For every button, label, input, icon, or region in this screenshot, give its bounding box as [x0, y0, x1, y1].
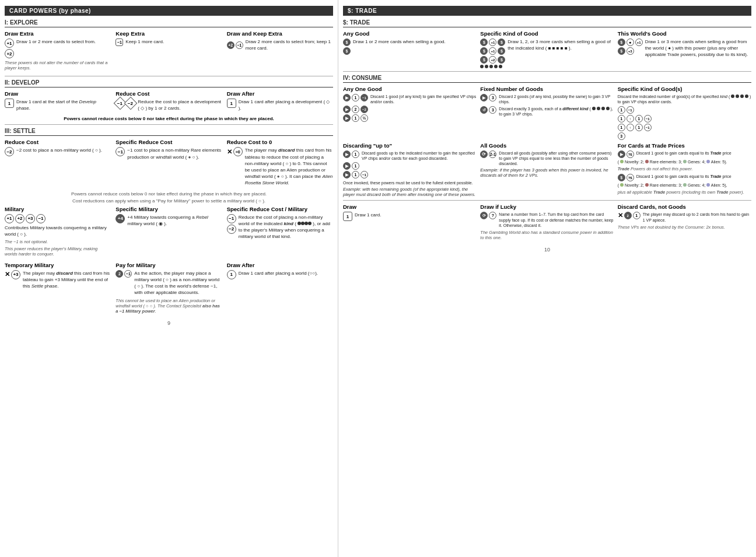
mil-icon3: +3 [26, 214, 35, 223]
any1-icon9: ½ [360, 114, 368, 122]
any-good-title: Any Good [343, 30, 477, 37]
world-good-icon5: +3 [626, 47, 634, 55]
draw-right-icon: 1 [343, 212, 352, 221]
phase3-header: III: SETTLE [5, 128, 333, 136]
discard-up6: 1 [352, 171, 359, 178]
trade-prices-desc2: Discard 1 good to gain cards equal to it… [636, 174, 732, 179]
reduce-cost-settle-icon: −2 [5, 147, 14, 156]
all-goods-example: Example: if the player has 3 goods when … [480, 167, 614, 178]
keep-extra-card: Keep Extra −1 Keep 1 more card. [116, 30, 222, 72]
phase1-cards: Draw Extra +1 Draw 1 or 2 more cards to … [5, 30, 333, 72]
reduce-cost-settle-desc: −2 cost to place a non-military world ( … [16, 147, 102, 153]
any-good-col: Any Good $ $ Draw 1 or 2 more cards when… [343, 30, 477, 68]
military-note2: This power reduces the player's Military… [5, 246, 111, 257]
draw-after-settle-icon: 1 [227, 270, 236, 279]
pay-mil-icon2: −1 [124, 270, 132, 278]
specific-reduce-cost-title: Specific Reduce Cost [116, 139, 222, 145]
reduce-cost-settle-title: Reduce Cost [5, 139, 111, 145]
draw-lucky-title: Draw if Lucky [480, 204, 614, 210]
specific-reduce-cost-card: Specific Reduce Cost −1 −1 cost to place… [116, 139, 222, 187]
discard-upto-example: Example: with two remaining goods (of th… [343, 187, 477, 197]
fixed-icon4: 3 [489, 106, 496, 114]
world-good-desc: Draw 1 or 3 more cards when selling a go… [645, 38, 751, 58]
discard-upto-col: Discarding "up to" ▶ 1 Discard goods up … [343, 142, 477, 197]
tp-icon2: ?$ [626, 150, 634, 158]
all-goods-icon1: ⟳ [480, 150, 488, 158]
draw-after-develop-card: Draw After 1 Draw 1 card after placing a… [227, 90, 333, 113]
spec-reduce-military-title: Specific Reduce Cost / Military [227, 206, 333, 212]
draw-right-desc: Draw 1 card. [355, 212, 381, 218]
draw-after-settle-title: Draw After [227, 262, 333, 268]
draw-keep-extra-title: Draw and Keep Extra [227, 30, 333, 37]
world-good-icon3: +1 [635, 38, 643, 46]
any1-icon1: ▶ [343, 94, 351, 101]
any1-icon4: ▶ [343, 106, 351, 113]
fixed-goods-desc1: Discard 2 goods (of any kind, possibly t… [499, 94, 614, 104]
phase2-header: II: DEVELOP [5, 79, 333, 87]
military-title: Military [5, 206, 111, 212]
spec-kind-icon7: $ [480, 56, 488, 64]
specific-military-title: Specific Military [116, 206, 222, 212]
spec-goods-icon10: −1 [644, 124, 652, 131]
reduce-cost-icon2: −2 [124, 97, 138, 110]
specific-goods-col: Specific Kind of Good(s) Discard the ind… [618, 86, 751, 140]
trade-prices-col: For Cards at Trade Prices ▶ ?$ Discard 1… [618, 142, 751, 197]
trade-grid: Any Good $ $ Draw 1 or 2 more cards when… [343, 30, 751, 68]
any1-icon7: ▶ [343, 114, 351, 122]
all-goods-title: All Goods [480, 142, 614, 149]
keep-extra-icon: −1 [116, 38, 123, 46]
discard-up2: 1 [352, 150, 359, 158]
draw-keep-desc: Draw 2 more cards to select from; keep 1… [246, 38, 333, 51]
draw-after-settle-card: Draw After 1 Draw 1 card after placing a… [227, 262, 333, 316]
spec-kind-icon6: $ [498, 47, 505, 55]
fixed-goods-desc2: Discard exactly 3 goods, each of a diffe… [499, 106, 614, 117]
trade-header: $: TRADE [343, 19, 751, 27]
draw-right-title: Draw [343, 204, 477, 210]
draw-after-icon: 1 [227, 99, 236, 108]
draw-keep-extra-card: Draw and Keep Extra +2 −1 Draw 2 more ca… [227, 30, 333, 72]
spec-goods-icon4: ↑ [626, 115, 634, 122]
discard-up1: ▶ [343, 150, 351, 158]
discard-up3: ▶ [343, 162, 351, 170]
any1-icon3: −1 [360, 94, 368, 101]
left-page: CARD POWERS (by phase) I: EXPLORE Draw E… [0, 0, 338, 557]
fixed-goods-col: Fixed Number of Goods ▶ 3 Discard 2 good… [480, 86, 614, 140]
any-good-desc: Draw 1 or 2 more cards when selling a go… [353, 38, 446, 45]
draw-extra-card: Draw Extra +1 Draw 1 or 2 more cards to … [5, 30, 111, 72]
specific-kind-desc: Draw 1, 2, or 3 more cards when selling … [508, 38, 614, 51]
trade-powers-note1: Trade Powers do not affect this power. [618, 166, 751, 171]
mil-icon4: −1 [36, 214, 46, 223]
phase1-header: I: EXPLORE [5, 19, 333, 27]
any1-icon5: 2 [352, 106, 359, 113]
right-section-header: $: TRADE [343, 6, 751, 16]
discard-up7: −1 [360, 171, 368, 178]
right-page-num: 10 [343, 247, 751, 253]
discard-up4: 1 [352, 162, 359, 170]
draw-keep-icon1: +2 [227, 41, 235, 49]
draw-right-col: Draw 1 Draw 1 card. [343, 204, 477, 241]
phase3-row1: Reduce Cost −2 −2 cost to place a non-mi… [5, 139, 333, 187]
fixed-icon3: ↺ [480, 106, 488, 114]
spec-goods-icon7: 1 [618, 124, 625, 131]
spec-red-mil-icon2: −2 [227, 225, 236, 234]
tp-icon4: ?$ [626, 174, 634, 181]
consume-header: IV: CONSUME [343, 75, 751, 83]
spec-goods-icon6: −1 [644, 115, 652, 122]
spec-goods-icon9: 1 [635, 124, 643, 131]
consume-bottom-grid: Discarding "up to" ▶ 1 Discard goods up … [343, 142, 751, 197]
discard-not-goods-title: Discard Cards, not Goods [618, 204, 751, 210]
consume-grid: Any One Good ▶ 1 −1 Discard 1 good (of a… [343, 86, 751, 140]
draw-lucky-note: The Gambling World also has a standard c… [480, 230, 614, 240]
spec-goods-icon5: 1 [635, 115, 643, 122]
spec-goods-icon2: −1 [626, 106, 634, 114]
reduce-cost-zero-card: Reduce Cost to 0 ✕ =0 The player may dis… [227, 139, 333, 187]
discard-upto-desc1: Discard goods up to the indicated number… [362, 150, 477, 161]
pay-military-desc: As the action, the player may place a mi… [134, 270, 222, 296]
military-desc: Contributes Military towards conquering … [5, 225, 111, 237]
spec-red-mil-icon1: −1 [227, 214, 236, 223]
military-card: Military +1 +2 +3 −1 Contributes Militar… [5, 206, 111, 258]
draw-after-develop-title: Draw After [227, 90, 333, 97]
reduce-zero-icon: =0 [233, 147, 243, 156]
draw-develop-title: Draw [5, 90, 111, 97]
discard-not-goods-note: These VPs are not doubled by the Consume… [618, 225, 751, 230]
